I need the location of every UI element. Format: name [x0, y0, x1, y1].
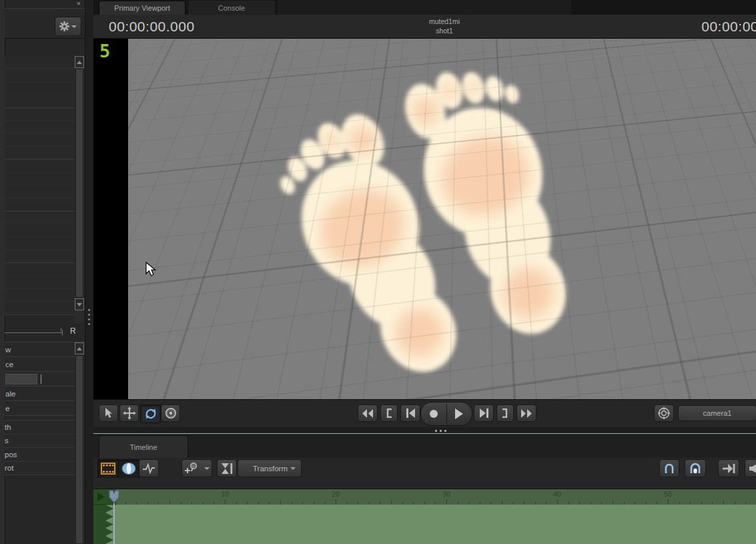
- scroll-thumb[interactable]: [75, 69, 83, 298]
- hourglass-button[interactable]: [217, 459, 237, 477]
- viewport-overlay-digit: 5: [99, 41, 110, 61]
- list-item[interactable]: [5, 147, 75, 160]
- slider-label: R: [70, 326, 76, 336]
- fcurve-mode-button[interactable]: [139, 459, 159, 477]
- record-button[interactable]: [421, 402, 446, 425]
- ruler-tick: [557, 499, 558, 505]
- list-item[interactable]: [5, 276, 75, 289]
- tab-primary-viewport[interactable]: Primary Viewport: [99, 1, 185, 15]
- magnet-filled-icon: [689, 463, 702, 475]
- list-item[interactable]: [5, 69, 75, 81]
- shot-name: shot1: [391, 26, 498, 35]
- timecode-bar: 00:00:00.000 muted1mi shot1 00:00:00: [93, 15, 756, 39]
- settings-gear-button[interactable]: [55, 17, 81, 36]
- list-item[interactable]: [5, 95, 75, 107]
- transform-dropdown[interactable]: Transform: [238, 459, 302, 477]
- timeline-ruler[interactable]: 1020304050: [93, 489, 756, 505]
- camera-reticle-button[interactable]: [654, 404, 674, 422]
- list-item[interactable]: [5, 302, 75, 314]
- viewport-3d[interactable]: 5: [93, 39, 756, 399]
- close-icon[interactable]: ×: [77, 0, 81, 7]
- go-to-start-button[interactable]: [400, 404, 420, 422]
- list-item[interactable]: w: [5, 342, 75, 357]
- play-button[interactable]: [447, 402, 472, 425]
- timeline-track-area[interactable]: [93, 505, 756, 544]
- feet-soles-render: [248, 51, 622, 388]
- rotate-tool-button[interactable]: [140, 404, 161, 423]
- ruler-tick: [225, 499, 226, 505]
- sidebar-scrollbar-top[interactable]: [75, 56, 84, 323]
- gear-dropdown-arrow[interactable]: [70, 25, 78, 28]
- fast-forward-button[interactable]: [516, 404, 536, 422]
- panel-splitter-horizontal[interactable]: [93, 427, 756, 434]
- list-item[interactable]: [5, 160, 75, 172]
- list-item[interactable]: [5, 173, 75, 186]
- slider-track[interactable]: [5, 332, 62, 333]
- go-to-next-key-button[interactable]: [718, 459, 739, 477]
- viewport-tabbar: Primary Viewport Console: [93, 0, 756, 15]
- transform-dropdown-label: Transform: [253, 465, 288, 473]
- playhead-marker[interactable]: [109, 490, 119, 503]
- list-item[interactable]: [5, 372, 75, 386]
- pivot-tool-button[interactable]: [161, 404, 180, 422]
- arrow-to-end-icon: [722, 464, 735, 473]
- scroll-up-button[interactable]: [75, 342, 84, 354]
- list-item[interactable]: [5, 224, 75, 237]
- list-item[interactable]: [5, 82, 75, 95]
- list-item[interactable]: [5, 108, 75, 121]
- transport-bar: camera1: [93, 399, 756, 427]
- filmstrip-mode-button[interactable]: [97, 459, 119, 479]
- select-tool-button[interactable]: [99, 404, 118, 422]
- loop-end-button[interactable]: [496, 404, 514, 422]
- loop-start-button[interactable]: [380, 404, 398, 422]
- translate-tool-button[interactable]: [119, 404, 139, 422]
- sidebar-scrollbar-bottom[interactable]: [75, 342, 84, 544]
- row-label: w: [5, 346, 11, 354]
- scroll-thumb[interactable]: [75, 355, 83, 544]
- scroll-down-button[interactable]: [75, 298, 84, 310]
- fast-forward-icon: [520, 409, 532, 418]
- add-keyframe-button[interactable]: [181, 459, 212, 477]
- application-window: ×: [0, 0, 756, 544]
- list-item[interactable]: ce: [5, 357, 75, 372]
- list-item[interactable]: pos: [5, 448, 75, 462]
- tab-console[interactable]: Console: [188, 1, 275, 15]
- list-item[interactable]: [5, 121, 75, 133]
- timecode-current: 00:00:00.000: [109, 19, 195, 35]
- list-item[interactable]: [5, 289, 75, 302]
- go-to-end-button[interactable]: [474, 404, 494, 422]
- drag-handle-icon: [88, 309, 90, 325]
- list-item[interactable]: [5, 56, 75, 69]
- snap-button[interactable]: [659, 459, 679, 477]
- playhead-line[interactable]: [113, 503, 115, 544]
- list-item[interactable]: [5, 133, 75, 146]
- fcurve-icon: [142, 463, 155, 474]
- list-item[interactable]: ale: [5, 386, 75, 401]
- list-item[interactable]: e: [5, 401, 75, 416]
- camera-selector-button[interactable]: camera1: [678, 405, 756, 421]
- snap-filled-button[interactable]: [685, 459, 706, 477]
- slider-endcap: [62, 330, 63, 336]
- scroll-up-button[interactable]: [75, 56, 84, 68]
- list-item[interactable]: [5, 250, 75, 263]
- dropdown-arrow[interactable]: [290, 467, 296, 470]
- dropdown-arrow[interactable]: [204, 467, 210, 470]
- list-item[interactable]: [5, 212, 75, 224]
- list-item[interactable]: rot: [5, 462, 75, 476]
- value-input[interactable]: [5, 374, 37, 384]
- list-item[interactable]: [5, 198, 75, 211]
- viewport-side-strip: 5: [93, 39, 128, 399]
- dopesheet-mode-button[interactable]: [118, 459, 139, 479]
- viewport-canvas[interactable]: [128, 39, 756, 399]
- take-shot-labels: muted1mi shot1: [391, 17, 498, 35]
- ruler-tick: [668, 499, 669, 505]
- tab-timeline[interactable]: Timeline: [99, 435, 188, 458]
- list-item[interactable]: [5, 263, 75, 276]
- rewind-button[interactable]: [358, 404, 378, 422]
- list-item[interactable]: [5, 237, 75, 250]
- ruler-label: 30: [442, 490, 450, 498]
- list-item[interactable]: th: [5, 421, 75, 435]
- list-item[interactable]: s: [5, 435, 75, 449]
- list-item[interactable]: [5, 186, 75, 198]
- speaker-button[interactable]: [745, 459, 756, 477]
